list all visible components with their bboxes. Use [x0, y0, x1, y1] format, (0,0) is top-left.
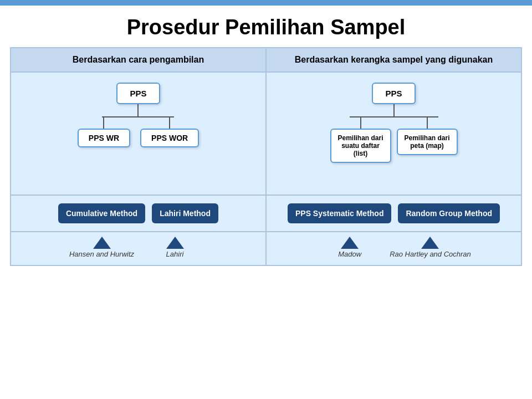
left-root-node: PPS [116, 83, 160, 104]
left-arrow-1-icon [93, 237, 111, 249]
left-arrow-1-label: Hansen and Hurwitz [69, 250, 134, 258]
left-children-row: PPS WR PPS WOR [78, 116, 199, 147]
header-right: Berdasarkan kerangka sampel yang digunak… [267, 48, 521, 71]
main-container: Berdasarkan cara pengambilan Berdasarkan… [10, 47, 522, 266]
methods-row: Cumulative Method Lahiri Method PPS Syst… [11, 196, 521, 232]
right-arrows-section: Madow Rao Hartley and Cochran [267, 232, 521, 265]
right-child-2-node: Pemilihan dari peta (map) [397, 129, 458, 155]
left-tree: PPS PPS WR [78, 83, 199, 147]
right-arrow-1-label: Madow [338, 250, 361, 258]
right-root-connector [393, 104, 395, 116]
pps-systematic-method-button[interactable]: PPS Systematic Method [288, 203, 392, 223]
right-children-row: Pemilihan dari suatu daftar (list) Pemil… [330, 116, 458, 163]
right-child-1-node: Pemilihan dari suatu daftar (list) [330, 129, 391, 163]
right-tree: PPS Pemilihan dari suatu daftar (list) [330, 83, 458, 163]
right-methods-section: PPS Systematic Method Random Group Metho… [267, 196, 521, 231]
left-arrow-2-label: Lahiri [166, 250, 184, 258]
left-child-2-vline [169, 116, 170, 129]
right-child-1-col: Pemilihan dari suatu daftar (list) [330, 116, 391, 163]
cumulative-method-button[interactable]: Cumulative Method [58, 203, 145, 223]
header-row: Berdasarkan cara pengambilan Berdasarkan… [11, 48, 521, 73]
right-arrow-1-col: Madow [316, 237, 383, 258]
header-left: Berdasarkan cara pengambilan [11, 48, 267, 71]
tree-row: PPS PPS WR [11, 73, 521, 196]
right-child-1-vline [360, 116, 361, 129]
left-arrow-1-col: Hansen and Hurwitz [69, 237, 135, 258]
left-arrows-section: Hansen and Hurwitz Lahiri [11, 232, 267, 265]
right-arrow-1-icon [341, 237, 359, 249]
left-child-1-col: PPS WR [78, 116, 130, 147]
right-arrow-2-label: Rao Hartley and Cochran [390, 250, 471, 258]
left-arrow-2-col: Lahiri [142, 237, 208, 258]
left-root-connector [137, 104, 139, 116]
right-arrow-2-icon [421, 237, 439, 249]
right-child-2-col: Pemilihan dari peta (map) [397, 116, 458, 163]
lahiri-method-button[interactable]: Lahiri Method [152, 203, 218, 223]
right-arrow-2-col: Rao Hartley and Cochran [390, 237, 471, 258]
right-child-2-vline [427, 116, 428, 129]
left-tree-section: PPS PPS WR [11, 73, 267, 195]
left-child-2-node: PPS WOR [140, 129, 199, 147]
arrows-row: Hansen and Hurwitz Lahiri Madow Rao Hart… [11, 232, 521, 265]
top-bar [0, 0, 532, 6]
random-group-method-button[interactable]: Random Group Method [398, 203, 500, 223]
right-root-node: PPS [372, 83, 415, 104]
left-arrow-2-icon [166, 237, 184, 249]
page-title: Prosedur Pemilihan Sampel [0, 6, 532, 47]
left-child-1-vline [103, 116, 104, 129]
left-child-1-node: PPS WR [78, 129, 130, 147]
left-methods-section: Cumulative Method Lahiri Method [11, 196, 267, 231]
right-tree-section: PPS Pemilihan dari suatu daftar (list) [267, 73, 521, 195]
left-child-2-col: PPS WOR [140, 116, 199, 147]
